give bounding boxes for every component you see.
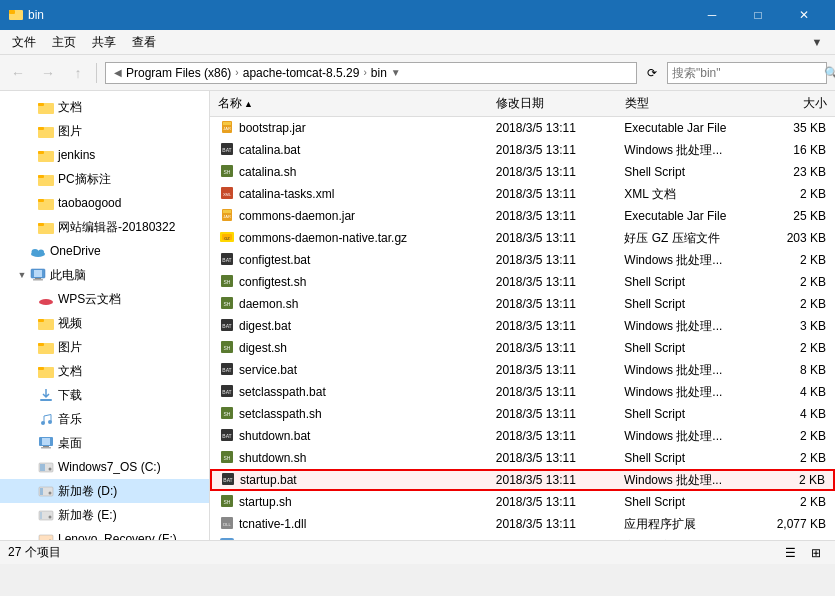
file-type: 好压 GZ 压缩文件 xyxy=(616,230,754,247)
file-name: SH configtest.sh xyxy=(211,273,488,292)
col-header-size[interactable]: 大小 xyxy=(756,95,835,112)
col-header-date[interactable]: 修改日期 xyxy=(488,95,617,112)
close-button[interactable]: ✕ xyxy=(781,0,827,30)
search-icon[interactable]: 🔍 xyxy=(824,66,835,80)
file-name-label: service.bat xyxy=(239,363,297,377)
sidebar-item-video[interactable]: 视频 xyxy=(0,311,209,335)
svg-rect-42 xyxy=(40,512,42,519)
options-button[interactable]: ▼ xyxy=(803,28,831,56)
sidebar-item-onedrive[interactable]: OneDrive xyxy=(0,239,209,263)
table-row[interactable]: SH startup.sh 2018/3/5 13:11 Shell Scrip… xyxy=(210,491,835,513)
breadcrumb-seg-3[interactable]: bin xyxy=(371,66,387,80)
table-row[interactable]: BAT configtest.bat 2018/3/5 13:11 Window… xyxy=(210,249,835,271)
menu-share[interactable]: 共享 xyxy=(84,32,124,53)
menu-home[interactable]: 主页 xyxy=(44,32,84,53)
sidebar-item-thispc[interactable]: ▼ 此电脑 xyxy=(0,263,209,287)
file-type: Windows 批处理... xyxy=(616,252,754,269)
music-icon xyxy=(38,411,54,427)
menu-file[interactable]: 文件 xyxy=(4,32,44,53)
file-name: JAR commons-daemon.jar xyxy=(211,207,488,226)
file-size: 3 KB xyxy=(755,319,834,333)
file-icon: XML xyxy=(219,185,235,204)
file-name-label: shutdown.bat xyxy=(239,429,310,443)
search-input[interactable] xyxy=(672,66,822,80)
sidebar-item-pcnotes[interactable]: PC摘标注 xyxy=(0,167,209,191)
sidebar-item-downloads[interactable]: 下载 xyxy=(0,383,209,407)
table-row[interactable]: BAT shutdown.bat 2018/3/5 13:11 Windows … xyxy=(210,425,835,447)
forward-button[interactable]: → xyxy=(34,59,62,87)
table-row[interactable]: SH shutdown.sh 2018/3/5 13:11 Shell Scri… xyxy=(210,447,835,469)
svg-rect-28 xyxy=(40,399,52,401)
table-row[interactable]: XML catalina-tasks.xml 2018/3/5 13:11 XM… xyxy=(210,183,835,205)
sidebar-label-desktop: 桌面 xyxy=(58,435,82,452)
minimize-button[interactable]: ─ xyxy=(689,0,735,30)
file-date: 2018/3/5 13:11 xyxy=(488,495,617,509)
view-grid-button[interactable]: ⊞ xyxy=(805,542,827,564)
breadcrumb-arrow-0: ◀ xyxy=(114,67,122,78)
expand-icon-10 xyxy=(24,317,36,329)
table-row[interactable]: JAR bootstrap.jar 2018/3/5 13:11 Executa… xyxy=(210,117,835,139)
file-date: 2018/3/5 13:11 xyxy=(488,187,617,201)
sidebar-item-wps[interactable]: < ellipse cx="5" cy="7" rx="3.5" ry="3" … xyxy=(0,287,209,311)
sidebar-label-downloads: 下载 xyxy=(58,387,82,404)
table-row[interactable]: GZ commons-daemon-native.tar.gz 2018/3/5… xyxy=(210,227,835,249)
sidebar-item-desktop[interactable]: 桌面 xyxy=(0,431,209,455)
breadcrumb-seg-2[interactable]: apache-tomcat-8.5.29 xyxy=(243,66,360,80)
menu-view[interactable]: 查看 xyxy=(124,32,164,53)
table-row[interactable]: JAR commons-daemon.jar 2018/3/5 13:11 Ex… xyxy=(210,205,835,227)
table-row[interactable]: BAT digest.bat 2018/3/5 13:11 Windows 批处… xyxy=(210,315,835,337)
sidebar-item-docs3[interactable]: 文档 xyxy=(0,359,209,383)
breadcrumb-seg-1[interactable]: Program Files (x86) xyxy=(126,66,231,80)
table-row[interactable]: BAT startup.bat 2018/3/5 13:11 Windows 批… xyxy=(210,469,835,491)
sidebar-item-newvol-e[interactable]: 新加卷 (E:) xyxy=(0,503,209,527)
file-icon: BAT xyxy=(219,383,235,402)
svg-text:BAT: BAT xyxy=(222,389,231,395)
address-path[interactable]: ◀ Program Files (x86) › apache-tomcat-8.… xyxy=(105,62,637,84)
drive-icon-f xyxy=(38,531,54,540)
table-row[interactable]: SH daemon.sh 2018/3/5 13:11 Shell Script… xyxy=(210,293,835,315)
sidebar-item-webeditor[interactable]: 网站编辑器-20180322 xyxy=(0,215,209,239)
svg-rect-34 xyxy=(41,447,51,449)
expand-icon-14 xyxy=(24,413,36,425)
file-list: JAR bootstrap.jar 2018/3/5 13:11 Executa… xyxy=(210,117,835,540)
sidebar-item-pictures3[interactable]: 图片 xyxy=(0,335,209,359)
svg-rect-3 xyxy=(38,103,44,106)
view-list-button[interactable]: ☰ xyxy=(779,542,801,564)
sidebar-item-jenkins[interactable]: jenkins xyxy=(0,143,209,167)
sidebar-label-pictures: 图片 xyxy=(58,123,82,140)
maximize-button[interactable]: □ xyxy=(735,0,781,30)
svg-rect-1 xyxy=(9,10,15,14)
table-row[interactable]: DLL tcnative-1.dll 2018/3/5 13:11 应用程序扩展… xyxy=(210,513,835,535)
table-row[interactable]: BAT setclasspath.bat 2018/3/5 13:11 Wind… xyxy=(210,381,835,403)
col-header-name[interactable]: 名称 ▲ xyxy=(210,95,488,112)
table-row[interactable]: EXE tomcat8.exe 2018/3/5 13:11 应用程序 112 … xyxy=(210,535,835,540)
sidebar-label-newvol-e: 新加卷 (E:) xyxy=(58,507,117,524)
table-row[interactable]: SH setclasspath.sh 2018/3/5 13:11 Shell … xyxy=(210,403,835,425)
sidebar-item-docs[interactable]: 文档 xyxy=(0,95,209,119)
svg-rect-32 xyxy=(42,438,50,445)
col-header-type[interactable]: 类型 xyxy=(617,95,756,112)
table-row[interactable]: SH catalina.sh 2018/3/5 13:11 Shell Scri… xyxy=(210,161,835,183)
sidebar-item-win7[interactable]: Windows7_OS (C:) xyxy=(0,455,209,479)
refresh-button[interactable]: ⟳ xyxy=(641,62,663,84)
sidebar-label-docs: 文档 xyxy=(58,99,82,116)
sidebar-item-taobaogood[interactable]: taobaogood xyxy=(0,191,209,215)
back-button[interactable]: ← xyxy=(4,59,32,87)
svg-rect-19 xyxy=(35,278,41,279)
svg-rect-5 xyxy=(38,127,44,130)
sidebar-item-music[interactable]: 音乐 xyxy=(0,407,209,431)
search-box[interactable]: 🔍 xyxy=(667,62,827,84)
file-icon: BAT xyxy=(219,427,235,446)
svg-text:BAT: BAT xyxy=(222,433,231,439)
up-button[interactable]: ↑ xyxy=(64,59,92,87)
sidebar-item-newvol-d[interactable]: 新加卷 (D:) xyxy=(0,479,209,503)
file-name: SH catalina.sh xyxy=(211,163,488,182)
table-row[interactable]: SH configtest.sh 2018/3/5 13:11 Shell Sc… xyxy=(210,271,835,293)
table-row[interactable]: BAT catalina.bat 2018/3/5 13:11 Windows … xyxy=(210,139,835,161)
svg-rect-20 xyxy=(33,279,43,281)
sidebar-item-lenovo[interactable]: Lenovo_Recovery (F:) xyxy=(0,527,209,540)
sidebar-item-pictures[interactable]: 图片 xyxy=(0,119,209,143)
table-row[interactable]: SH digest.sh 2018/3/5 13:11 Shell Script… xyxy=(210,337,835,359)
table-row[interactable]: BAT service.bat 2018/3/5 13:11 Windows 批… xyxy=(210,359,835,381)
sidebar-label-wps: WPS云文档 xyxy=(58,291,121,308)
